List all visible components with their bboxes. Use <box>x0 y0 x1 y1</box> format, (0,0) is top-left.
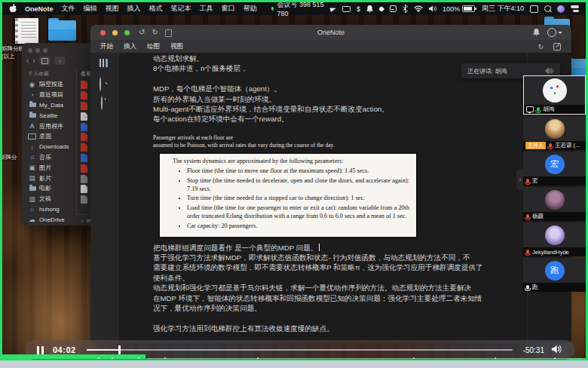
menu-view[interactable]: 视图 <box>106 4 119 14</box>
embed-bullet: Floor time (the time to move one floor a… <box>187 167 409 175</box>
control-center-icon[interactable] <box>571 5 579 14</box>
participant-name: 跑 <box>532 284 538 291</box>
apple-menu-icon[interactable] <box>9 4 17 14</box>
forward-icon[interactable] <box>32 57 35 65</box>
onenote-page-canvas[interactable]: 动态规划求解。 8个电梯井道，n个服务楼层， MDP，每个电梯是个智能体（age… <box>119 53 571 343</box>
sidebar-item-desktop[interactable]: 桌面 <box>22 131 76 142</box>
note-line: 在MDP 环境下，智能体的状态转移概率和回报函数模型已知的决策问题；强化学习主要… <box>153 293 525 303</box>
recent-notes-icon[interactable] <box>101 96 103 110</box>
seek-knob[interactable] <box>118 345 121 354</box>
desktop-folder-icon[interactable] <box>48 20 76 41</box>
menu-file[interactable]: 文件 <box>62 4 75 14</box>
share-compose-icon[interactable] <box>553 43 561 51</box>
note-line: 况下，最优动作序列的决策问题。 <box>153 303 525 313</box>
desktop-icon-label: 矩阵分 <box>0 154 17 161</box>
desktop-notebook-file-icon[interactable] <box>15 18 38 44</box>
notebooks-icon[interactable] <box>100 59 109 67</box>
seek-bar[interactable] <box>87 345 513 354</box>
menu-insert[interactable]: 插入 <box>127 4 141 14</box>
notification-icon[interactable] <box>366 5 373 14</box>
battery-status[interactable]: 100% <box>443 5 475 14</box>
input-method-icon[interactable] <box>390 5 397 14</box>
sidebar-item-movies[interactable]: 影片 <box>22 173 76 183</box>
home-icon <box>28 205 36 213</box>
finder-close-button[interactable] <box>28 48 32 53</box>
sidebar-item-downloads[interactable]: Downloads <box>22 142 76 152</box>
sidebar-item-onedrive[interactable]: OneDrive <box>22 214 76 225</box>
tab-home[interactable]: 开始 <box>100 42 113 51</box>
notifications-bell-icon[interactable] <box>533 26 540 39</box>
embedded-paper-image[interactable]: The system dynamics are approximated by … <box>158 152 418 238</box>
pdf-file-icon <box>81 143 87 152</box>
dollar-icon[interactable] <box>357 5 360 14</box>
onenote-left-rail <box>90 53 119 343</box>
sidebar-item-recents[interactable]: 最近项目 <box>22 90 76 100</box>
finder-zoom-button[interactable] <box>43 48 47 53</box>
host-badge: 主持人 <box>525 142 546 149</box>
account-menu[interactable] <box>547 28 562 37</box>
search-icon[interactable] <box>100 77 101 91</box>
menu-notebook[interactable]: 笔记本 <box>171 4 191 14</box>
participant-name: 胡鸿 <box>543 106 554 113</box>
participant-tile-wang[interactable]: 主持人 王若霖 (... <box>523 116 586 150</box>
bluetooth-icon[interactable] <box>403 5 408 14</box>
participant-tile-huhong[interactable]: 胡鸿 <box>523 75 586 115</box>
folder-icon <box>28 186 36 191</box>
finder-minimize-button[interactable] <box>35 48 40 53</box>
menu-app-name[interactable]: OneNote <box>25 5 54 13</box>
note-content[interactable]: 动态规划求解。 8个电梯井道，n个服务楼层， MDP，每个电梯是个智能体（age… <box>153 54 525 333</box>
participant-tile-pao[interactable]: 跑 跑 <box>523 258 586 292</box>
sidebar-item-applications[interactable]: 应用程序 <box>22 121 76 131</box>
info-button[interactable] <box>54 57 66 65</box>
documents-icon <box>28 195 36 203</box>
volume-icon[interactable] <box>429 5 436 14</box>
meeting-status[interactable]: 会议号 398 515 780 <box>271 5 324 14</box>
sidebar-item-dianying[interactable]: 电影 <box>22 183 76 194</box>
pdf-file-icon <box>81 164 87 173</box>
pdf-file-icon <box>81 102 87 110</box>
sidebar-item-music[interactable]: 音乐 <box>22 152 76 163</box>
spotlight-icon[interactable] <box>544 5 551 14</box>
view-options-button[interactable] <box>39 57 51 65</box>
menu-edit[interactable]: 编辑 <box>84 4 97 14</box>
pause-button[interactable] <box>37 346 44 354</box>
sidebar-item-pictures[interactable]: 图片 <box>22 162 76 173</box>
menu-clock[interactable]: 周三 下午4:10 <box>482 4 524 14</box>
screenshot-icon[interactable] <box>530 5 538 14</box>
avatar <box>545 119 565 139</box>
participant-tile-jekyllandhyde[interactable]: JekyllandHyde <box>523 222 586 256</box>
note-line: 所有的外界输入当做某一时刻的环境。 <box>153 94 525 104</box>
menu-tools[interactable]: 工具 <box>200 4 213 14</box>
player-volume-icon[interactable] <box>552 343 562 357</box>
remaining-time: -50:31 <box>523 346 544 354</box>
sidebar-item-home[interactable]: huhong <box>22 204 76 215</box>
send-icon[interactable] <box>330 5 336 14</box>
embed-bullet: Turn time (the time needed for a stopped… <box>187 195 409 202</box>
sidebar-item-seafile[interactable]: Seafile <box>22 110 76 121</box>
participant-tile-yangyan[interactable]: 杨颜 <box>523 187 586 221</box>
back-icon[interactable] <box>26 57 29 65</box>
pdf-file-icon <box>81 133 87 141</box>
tab-draw[interactable]: 绘图 <box>147 42 160 51</box>
screen-mirror-icon[interactable] <box>342 5 351 14</box>
menu-window[interactable]: 窗口 <box>222 4 235 14</box>
menu-help[interactable]: 帮助 <box>243 4 257 14</box>
file-icon <box>81 195 87 204</box>
sidebar-item-documents[interactable]: 文稿 <box>22 194 76 204</box>
sync-icon[interactable] <box>537 43 544 51</box>
macos-menu-bar: OneNote 文件 编辑 视图 插入 格式 笔记本 工具 窗口 帮助 会议号 … <box>2 2 586 15</box>
account-icon <box>547 28 556 37</box>
tab-view[interactable]: 视图 <box>170 42 183 51</box>
wifi-icon[interactable] <box>414 5 423 14</box>
mic-on-icon <box>537 107 540 112</box>
drop-icon[interactable] <box>379 5 384 14</box>
participant-tile-hong[interactable]: 宏 宏 <box>523 152 586 186</box>
menu-format[interactable]: 格式 <box>149 4 163 14</box>
siri-icon[interactable] <box>557 5 565 14</box>
pdf-file-icon <box>81 81 87 89</box>
marker-dot <box>554 357 556 359</box>
sidebar-item-airdrop[interactable]: 隔空投送 <box>22 79 76 90</box>
sidebar-item-mydata[interactable]: My_Data <box>22 100 76 111</box>
tab-insert[interactable]: 插入 <box>124 42 136 51</box>
desktop-icon-label: (以上 <box>2 53 15 60</box>
